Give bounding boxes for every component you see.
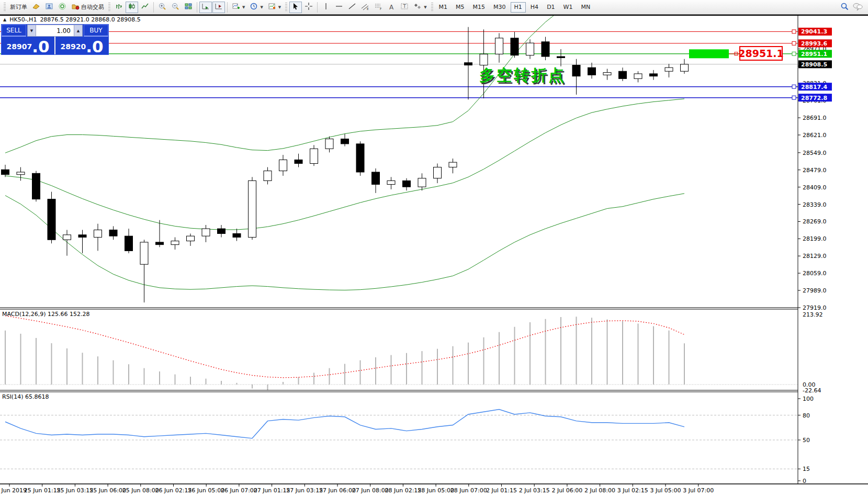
collapse-arrow-icon[interactable]: ▲ — [3, 17, 6, 22]
toolbar-grip[interactable] — [108, 3, 110, 12]
bar-chart-icon — [115, 2, 123, 12]
text-label-button[interactable]: T — [398, 2, 411, 13]
buy-price[interactable]: 28920 .0 — [55, 37, 108, 54]
timeframe-button-H4[interactable]: H4 — [527, 2, 542, 13]
svg-text:28621.0: 28621.0 — [803, 132, 827, 139]
svg-text:E: E — [367, 7, 369, 10]
svg-text:26 Jun 05:00: 26 Jun 05:00 — [188, 487, 224, 494]
profiles-button[interactable] — [43, 2, 55, 13]
crosshair-icon — [305, 2, 313, 12]
volume-down-button[interactable]: ▼ — [27, 25, 36, 37]
trendline-button[interactable] — [346, 2, 358, 13]
clock-icon — [250, 2, 258, 12]
svg-text:25 Jun 06:00: 25 Jun 06:00 — [89, 487, 126, 494]
auto-trading-button[interactable]: 自动交易 — [69, 2, 106, 13]
svg-text:3 Jul 05:00: 3 Jul 05:00 — [650, 487, 681, 494]
sell-button[interactable]: SELL — [2, 25, 26, 37]
timeframe-button-M5[interactable]: M5 — [452, 2, 468, 13]
text-label-icon: T — [400, 2, 409, 12]
chart-text-annotation[interactable]: 多空转折点 — [479, 65, 566, 86]
auto-scroll-button[interactable] — [199, 2, 212, 13]
equidistant-channel-button[interactable]: E — [359, 2, 371, 13]
bar-chart-button[interactable] — [112, 2, 125, 13]
cursor-icon — [291, 2, 300, 12]
toolbar-grip[interactable] — [431, 3, 433, 12]
sell-price-decimal: .0 — [32, 39, 49, 54]
svg-text:28479.0: 28479.0 — [803, 167, 827, 174]
svg-text:2 Jul 01:15: 2 Jul 01:15 — [486, 487, 517, 494]
crosshair-button[interactable] — [302, 2, 315, 13]
templates-button[interactable]: ▼ — [266, 2, 283, 13]
macd-indicator-label: MACD(12,26,9) 125.66 152.28 — [2, 311, 90, 318]
auto-trading-label: 自动交易 — [81, 3, 104, 11]
timeframe-button-D1[interactable]: D1 — [543, 2, 558, 13]
svg-text:80: 80 — [803, 412, 810, 419]
svg-text:28993.6: 28993.6 — [801, 40, 827, 47]
tile-windows-button[interactable] — [182, 2, 195, 13]
timeframe-button-M30[interactable]: M30 — [490, 2, 510, 13]
template-icon — [268, 2, 276, 12]
vertical-line-button[interactable] — [320, 2, 332, 13]
symbol-name: HK50-,H1 — [9, 16, 37, 23]
buy-button[interactable]: BUY — [84, 25, 108, 37]
svg-text:28 Jun 02:15: 28 Jun 02:15 — [385, 487, 421, 494]
svg-text:27989.0: 27989.0 — [803, 287, 827, 294]
sell-price-main: 28907 — [6, 39, 32, 54]
indicators-button[interactable]: ▼ — [230, 2, 247, 13]
svg-text:T: T — [403, 4, 407, 9]
svg-text:28059.0: 28059.0 — [803, 270, 827, 277]
timeframe-button-M15[interactable]: M15 — [469, 2, 489, 13]
alerts-button[interactable] — [56, 2, 69, 13]
timeframe-button-M1[interactable]: M1 — [435, 2, 452, 13]
arrows-button[interactable]: ▼ — [411, 2, 429, 13]
svg-text:28 Jun 05:00: 28 Jun 05:00 — [418, 487, 454, 494]
svg-text:50: 50 — [803, 437, 810, 444]
fibonacci-button[interactable]: F — [372, 2, 385, 13]
price-callout-label[interactable]: 28951.1 — [739, 46, 783, 61]
toolbar-grip[interactable] — [4, 3, 6, 12]
toolbar-right-group — [840, 2, 866, 13]
candlestick-chart-button[interactable] — [126, 2, 138, 13]
profiles-icon — [45, 2, 53, 12]
new-order-button[interactable]: 新订单 — [8, 2, 29, 13]
mt4-window: 新订单 自动交易 — [0, 0, 868, 497]
line-chart-button[interactable] — [139, 2, 151, 13]
highlight-rect[interactable] — [689, 49, 729, 58]
auto-scroll-icon — [201, 2, 210, 12]
shapes-icon — [413, 2, 422, 12]
horizontal-line-icon — [335, 2, 343, 12]
cursor-button[interactable] — [289, 2, 302, 13]
search-icon[interactable] — [840, 2, 849, 13]
toolbar-grip[interactable] — [285, 3, 287, 12]
channel-icon: E — [361, 2, 369, 12]
zoom-out-button[interactable] — [169, 2, 182, 13]
fibonacci-icon: F — [374, 2, 382, 12]
svg-text:3 Jul 07:00: 3 Jul 07:00 — [683, 487, 714, 494]
timeframe-button-H1[interactable]: H1 — [511, 2, 526, 13]
svg-text:2 Jul 06:00: 2 Jul 06:00 — [551, 487, 582, 494]
zoom-in-icon — [158, 2, 166, 12]
sell-price[interactable]: 28907 .0 — [2, 37, 54, 54]
timeframe-button-MN[interactable]: MN — [577, 2, 594, 13]
toolbar-separator — [317, 2, 318, 13]
chart-shift-button[interactable] — [212, 2, 225, 13]
svg-text:27 Jun 01:15: 27 Jun 01:15 — [254, 487, 290, 494]
svg-text:-22.64: -22.64 — [803, 387, 821, 394]
chat-icon[interactable] — [852, 2, 863, 13]
volume-input[interactable]: 1.00 — [36, 25, 74, 37]
chevron-down-icon: ▼ — [424, 5, 426, 9]
svg-text:27919.0: 27919.0 — [803, 304, 827, 311]
horizontal-line-button[interactable] — [333, 2, 345, 13]
text-button[interactable]: A — [385, 2, 398, 13]
svg-text:15: 15 — [803, 466, 810, 472]
timeframe-button-W1[interactable]: W1 — [560, 2, 577, 13]
periods-button[interactable]: ▼ — [247, 2, 265, 13]
volume-up-button[interactable]: ▲ — [74, 25, 83, 37]
styler-button[interactable] — [30, 2, 42, 13]
zoom-in-button[interactable] — [156, 2, 168, 13]
svg-text:27 Jun 06:00: 27 Jun 06:00 — [319, 487, 356, 494]
one-click-trading-panel: SELL ▼ 1.00 ▲ BUY 28907 .0 28920 .0 — [1, 24, 109, 55]
svg-text:28691.0: 28691.0 — [803, 115, 827, 121]
chart-symbol-line[interactable]: ▲ HK50-,H1 28876.5 28921.0 28868.0 28908… — [3, 16, 141, 23]
chart-canvas[interactable]: 28971.028901.028831.028761.028691.028621… — [0, 0, 868, 497]
